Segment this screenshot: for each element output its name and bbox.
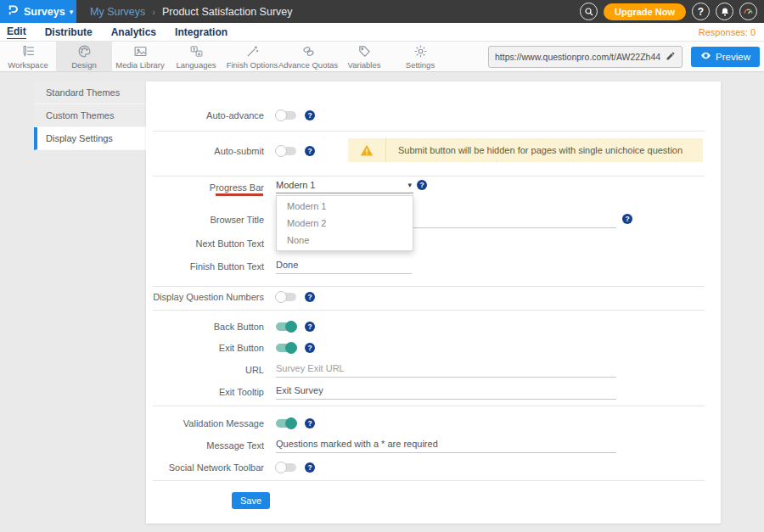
section-divider	[153, 286, 705, 287]
auto-submit-toggle[interactable]	[276, 147, 296, 155]
toolbar-item-media-library[interactable]: Media Library	[112, 42, 168, 71]
nav-tab-edit[interactable]: Edit	[7, 25, 26, 39]
toolbar-item-variables[interactable]: Variables	[336, 42, 392, 71]
exit-url-label: URL	[146, 363, 264, 377]
toolbar-item-advance-quotas[interactable]: Advance Quotas	[280, 42, 336, 71]
help-icon[interactable]: ?	[305, 110, 315, 120]
help-icon[interactable]: ?	[622, 214, 632, 224]
exit-tooltip-input[interactable]: Exit Survey	[276, 384, 616, 400]
notifications-button[interactable]	[716, 3, 733, 20]
edit-url-pencil-icon[interactable]	[666, 49, 676, 64]
content-area: Standard Themes Custom Themes Display Se…	[0, 72, 764, 532]
progress-bar-row: Progress Bar	[146, 181, 721, 194]
progress-bar-select[interactable]: Modern 1 ▾	[276, 176, 413, 193]
sidebar-item-display-settings[interactable]: Display Settings	[34, 127, 146, 150]
next-button-text-label: Next Button Text	[146, 237, 264, 250]
toolbar-label: Media Library	[115, 60, 165, 70]
back-button-toggle[interactable]	[276, 322, 296, 331]
help-button[interactable]: ?	[692, 3, 710, 20]
chevron-down-icon: ▾	[70, 8, 74, 16]
responses-count[interactable]: Responses: 0	[699, 27, 756, 37]
toolbar-item-languages[interactable]: Languages	[168, 42, 224, 71]
validation-message-row: Validation Message ?	[146, 417, 721, 430]
dropdown-option-none[interactable]: None	[277, 232, 413, 249]
survey-nav: Edit Distribute Analytics Integration Re…	[0, 23, 764, 41]
nav-tab-analytics[interactable]: Analytics	[111, 26, 156, 38]
help-icon[interactable]: ?	[305, 146, 315, 156]
help-icon[interactable]: ?	[305, 343, 315, 353]
survey-url-text: https://www.questionpro.com/t/AW22Zh44	[495, 52, 660, 62]
finish-button-text-row: Finish Button Text	[146, 260, 721, 273]
product-switcher[interactable]: Surveys ▾	[0, 0, 76, 23]
dropdown-option-modern-2[interactable]: Modern 2	[277, 215, 413, 232]
exit-button-row: Exit Button ?	[146, 341, 721, 355]
breadcrumb-current-survey: Product Satisfaction Survey	[162, 6, 293, 18]
preview-label: Preview	[716, 52, 750, 62]
preview-button[interactable]: Preview	[691, 47, 760, 67]
survey-url-field[interactable]: https://www.questionpro.com/t/AW22Zh44	[488, 46, 683, 68]
help-icon[interactable]: ?	[305, 418, 315, 428]
nav-tab-distribute[interactable]: Distribute	[45, 26, 93, 38]
toolbar-label: Advance Quotas	[278, 60, 338, 70]
progress-bar-selected-value: Modern 1	[276, 180, 315, 190]
section-divider	[153, 176, 705, 176]
back-button-label: Back Button	[146, 320, 264, 333]
message-text-input[interactable]: Questions marked with a * are required	[276, 438, 616, 453]
toolbar-item-settings[interactable]: Settings	[392, 42, 448, 71]
auto-advance-label: Auto-advance	[146, 109, 264, 122]
breadcrumb-separator-icon: ›	[152, 7, 155, 17]
help-icon[interactable]: ?	[305, 322, 315, 332]
social-network-toolbar-label: Social Network Toolbar	[146, 461, 264, 474]
help-icon[interactable]: ?	[305, 292, 315, 302]
dropdown-option-modern-1[interactable]: Modern 1	[277, 198, 413, 215]
variables-tag-icon	[357, 44, 372, 59]
search-button[interactable]	[580, 3, 598, 20]
section-divider	[153, 131, 705, 132]
auto-submit-warning: Submit button will be hidden for pages w…	[348, 138, 703, 162]
exit-url-input[interactable]: Survey Exit URL	[276, 362, 616, 378]
exit-button-toggle[interactable]	[276, 344, 296, 352]
display-question-numbers-toggle[interactable]	[276, 293, 296, 301]
breadcrumb: My Surveys › Product Satisfaction Survey	[90, 6, 293, 18]
help-icon[interactable]: ?	[305, 462, 315, 473]
sidebar-item-custom-themes[interactable]: Custom Themes	[34, 104, 146, 127]
toolbar-label: Variables	[348, 60, 381, 70]
message-text-label: Message Text	[146, 439, 264, 452]
section-divider	[153, 406, 705, 406]
nav-tab-integration[interactable]: Integration	[175, 26, 228, 38]
auto-advance-toggle[interactable]	[276, 111, 296, 120]
toolbar-item-finish-options[interactable]: Finish Options	[224, 42, 280, 71]
upgrade-now-button[interactable]: Upgrade Now	[604, 3, 686, 20]
warning-triangle-icon	[348, 143, 385, 158]
workspace-icon	[21, 44, 36, 59]
breadcrumb-my-surveys[interactable]: My Surveys	[90, 6, 145, 18]
progress-bar-dropdown-menu: Modern 1 Modern 2 None	[276, 195, 413, 251]
validation-message-label: Validation Message	[146, 417, 264, 430]
toggle-knob	[285, 417, 297, 429]
search-icon	[584, 7, 594, 17]
toolbar-item-design[interactable]: Design	[56, 42, 112, 71]
question-mark-icon: ?	[698, 6, 704, 18]
eye-icon	[700, 50, 711, 63]
save-button[interactable]: Save	[232, 492, 270, 509]
survey-score-button[interactable]	[739, 3, 757, 20]
help-icon[interactable]: ?	[417, 180, 427, 190]
auto-advance-row: Auto-advance ?	[146, 109, 721, 122]
toolbar-item-workspace[interactable]: Workspace	[0, 42, 56, 71]
social-network-toolbar-toggle[interactable]	[276, 463, 296, 472]
toggle-knob	[275, 109, 287, 121]
topbar: Surveys ▾ My Surveys › Product Satisfact…	[0, 0, 764, 23]
gauge-icon	[743, 6, 754, 17]
toolbar-label: Workspace	[8, 60, 48, 70]
display-question-numbers-label: Display Question Numbers	[146, 290, 264, 304]
validation-message-toggle[interactable]	[276, 419, 296, 428]
finish-button-text-input[interactable]: Done	[276, 259, 412, 274]
toggle-knob	[285, 342, 297, 354]
exit-button-label: Exit Button	[146, 341, 264, 355]
progress-bar-label: Progress Bar	[146, 181, 264, 194]
toolbar-label: Languages	[176, 60, 216, 70]
chevron-down-icon: ▾	[407, 181, 412, 189]
settings-gear-icon	[413, 44, 428, 59]
sidebar-item-standard-themes[interactable]: Standard Themes	[34, 81, 146, 104]
questionpro-logo-icon	[7, 3, 20, 20]
